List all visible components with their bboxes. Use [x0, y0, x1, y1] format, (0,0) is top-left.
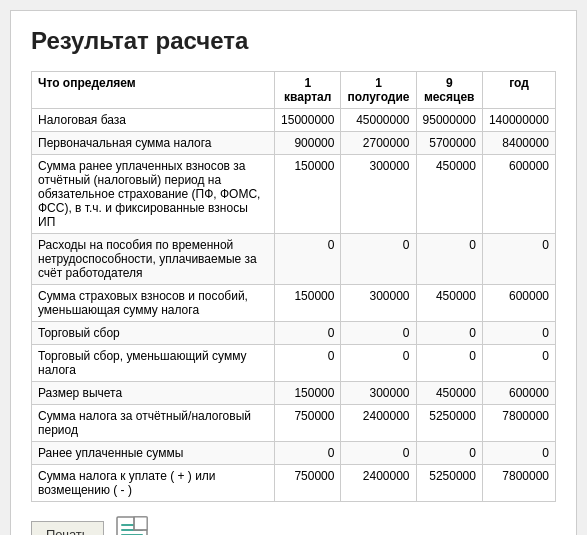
cell-2-3: 450000: [416, 155, 482, 234]
cell-8-2: 2400000: [341, 405, 416, 442]
cell-9-2: 0: [341, 442, 416, 465]
table-row: Сумма налога к уплате ( + ) или возмещен…: [32, 465, 556, 502]
cell-3-4: 0: [482, 234, 555, 285]
cell-6-2: 0: [341, 345, 416, 382]
cell-1-2: 2700000: [341, 132, 416, 155]
cell-5-4: 0: [482, 322, 555, 345]
cell-6-3: 0: [416, 345, 482, 382]
cell-10-2: 2400000: [341, 465, 416, 502]
cell-4-4: 600000: [482, 285, 555, 322]
table-row: Расходы на пособия по временной нетрудос…: [32, 234, 556, 285]
cell-6-0: Торговый сбор, уменьшающий сумму налога: [32, 345, 275, 382]
table-row: Первоначальная сумма налога9000002700000…: [32, 132, 556, 155]
cell-2-2: 300000: [341, 155, 416, 234]
col-header-0: Что определяем: [32, 72, 275, 109]
cell-0-1: 15000000: [275, 109, 341, 132]
cell-10-0: Сумма налога к уплате ( + ) или возмещен…: [32, 465, 275, 502]
cell-3-0: Расходы на пособия по временной нетрудос…: [32, 234, 275, 285]
cell-1-0: Первоначальная сумма налога: [32, 132, 275, 155]
cell-1-3: 5700000: [416, 132, 482, 155]
cell-0-2: 45000000: [341, 109, 416, 132]
cell-7-0: Размер вычета: [32, 382, 275, 405]
cell-0-3: 95000000: [416, 109, 482, 132]
cell-5-1: 0: [275, 322, 341, 345]
table-row: Сумма налога за отчётный/налоговый перио…: [32, 405, 556, 442]
table-row: Налоговая база15000000450000009500000014…: [32, 109, 556, 132]
cell-1-4: 8400000: [482, 132, 555, 155]
result-table: Что определяем1квартал1полугодие9месяцев…: [31, 71, 556, 502]
cell-5-0: Торговый сбор: [32, 322, 275, 345]
cell-7-3: 450000: [416, 382, 482, 405]
cell-0-0: Налоговая база: [32, 109, 275, 132]
cell-4-1: 150000: [275, 285, 341, 322]
result-container: Результат расчета Что определяем1квартал…: [10, 10, 577, 535]
col-header-1: 1квартал: [275, 72, 341, 109]
cell-6-1: 0: [275, 345, 341, 382]
cell-3-3: 0: [416, 234, 482, 285]
cell-7-1: 150000: [275, 382, 341, 405]
cell-9-1: 0: [275, 442, 341, 465]
cell-7-2: 300000: [341, 382, 416, 405]
cell-0-4: 140000000: [482, 109, 555, 132]
cell-8-1: 750000: [275, 405, 341, 442]
cell-9-4: 0: [482, 442, 555, 465]
table-row: Размер вычета150000300000450000600000: [32, 382, 556, 405]
cell-4-2: 300000: [341, 285, 416, 322]
table-row: Ранее уплаченные суммы0000: [32, 442, 556, 465]
col-header-2: 1полугодие: [341, 72, 416, 109]
table-row: Сумма ранее уплаченных взносов за отчётн…: [32, 155, 556, 234]
svg-rect-5: [134, 517, 147, 530]
cell-7-4: 600000: [482, 382, 555, 405]
cell-8-0: Сумма налога за отчётный/налоговый перио…: [32, 405, 275, 442]
cell-8-3: 5250000: [416, 405, 482, 442]
table-row: Торговый сбор, уменьшающий сумму налога0…: [32, 345, 556, 382]
document-icon[interactable]: [116, 516, 148, 535]
table-row: Сумма страховых взносов и пособий, умень…: [32, 285, 556, 322]
col-header-3: 9месяцев: [416, 72, 482, 109]
cell-2-1: 150000: [275, 155, 341, 234]
cell-5-2: 0: [341, 322, 416, 345]
cell-4-3: 450000: [416, 285, 482, 322]
cell-10-4: 7800000: [482, 465, 555, 502]
print-button[interactable]: Печать: [31, 521, 104, 536]
cell-10-1: 750000: [275, 465, 341, 502]
cell-3-1: 0: [275, 234, 341, 285]
cell-6-4: 0: [482, 345, 555, 382]
cell-5-3: 0: [416, 322, 482, 345]
cell-9-0: Ранее уплаченные суммы: [32, 442, 275, 465]
cell-9-3: 0: [416, 442, 482, 465]
cell-2-4: 600000: [482, 155, 555, 234]
cell-8-4: 7800000: [482, 405, 555, 442]
cell-10-3: 5250000: [416, 465, 482, 502]
table-row: Торговый сбор0000: [32, 322, 556, 345]
cell-2-0: Сумма ранее уплаченных взносов за отчётн…: [32, 155, 275, 234]
footer: Печать: [31, 516, 556, 535]
page-title: Результат расчета: [31, 27, 556, 55]
cell-4-0: Сумма страховых взносов и пособий, умень…: [32, 285, 275, 322]
cell-1-1: 900000: [275, 132, 341, 155]
col-header-4: год: [482, 72, 555, 109]
cell-3-2: 0: [341, 234, 416, 285]
